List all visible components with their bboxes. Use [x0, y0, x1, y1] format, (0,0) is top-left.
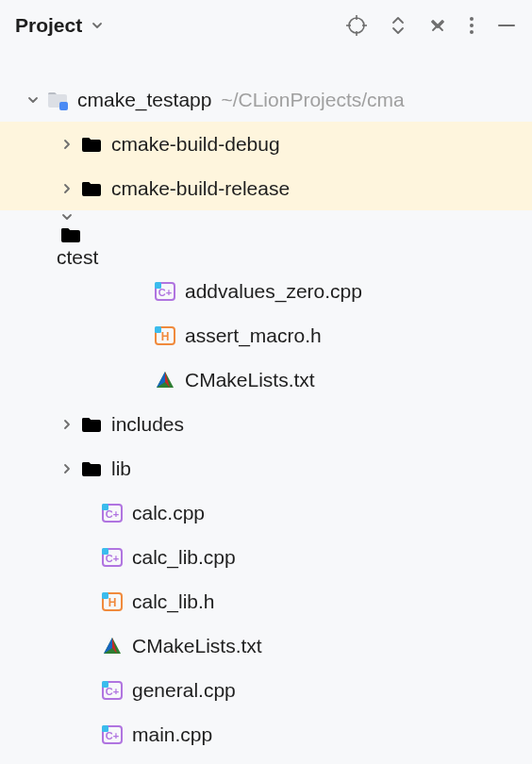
expand-collapse-icon[interactable] — [389, 14, 407, 37]
project-panel-header: Project — [0, 0, 532, 51]
tree-item[interactable]: addvalues_zero.cpp — [0, 269, 532, 313]
folder-icon — [77, 413, 106, 436]
cpp-file-icon — [98, 546, 126, 569]
tree-item-path: ~/CLionProjects/cma — [221, 89, 404, 111]
tree-item-label: includes — [111, 413, 184, 436]
tree-item-label: cmake-build-release — [111, 177, 290, 200]
tree-item-label: general.cpp — [132, 679, 236, 702]
chevron-right-icon[interactable] — [57, 182, 77, 195]
tree-item[interactable]: calc_lib.cpp — [0, 535, 532, 579]
chevron-down-icon[interactable] — [90, 18, 105, 33]
tree-item[interactable]: includes — [0, 402, 532, 446]
cpp-file-icon — [98, 502, 126, 524]
tree-item[interactable]: CMakeLists.txt — [0, 623, 532, 668]
folder-icon — [57, 224, 85, 246]
svg-point-8 — [470, 24, 474, 27]
cmake-file-icon — [151, 369, 179, 391]
tree-row-selected-wrap: ctest — [0, 210, 532, 269]
tree-item-label: CMakeLists.txt — [132, 635, 262, 657]
h-file-icon — [151, 324, 179, 347]
tree-item-label: cmake_testapp — [77, 89, 211, 111]
target-icon[interactable] — [345, 14, 368, 37]
tree-item-label: calc.cpp — [132, 502, 205, 524]
tree-item-label: CMakeLists.txt — [185, 369, 315, 391]
tree-root[interactable]: cmake_testapp ~/CLionProjects/cma — [0, 77, 532, 122]
project-tree: cmake_testapp ~/CLionProjects/cma cmake-… — [0, 51, 532, 756]
tree-item-label: main.cpp — [132, 723, 212, 746]
svg-rect-11 — [59, 102, 68, 110]
tree-item[interactable]: CMakeLists.txt — [0, 357, 532, 402]
svg-point-0 — [349, 18, 364, 33]
tree-item[interactable]: assert_macro.h — [0, 313, 532, 357]
chevron-right-icon[interactable] — [57, 138, 77, 151]
panel-title: Project — [15, 14, 82, 37]
tree-item-label: ctest — [57, 246, 98, 268]
cpp-file-icon — [151, 280, 179, 303]
folder-icon — [77, 133, 106, 156]
tree-item[interactable]: calc_lib.h — [0, 579, 532, 623]
minimize-icon[interactable] — [496, 15, 517, 36]
tree-item[interactable]: cmake-build-release — [0, 166, 532, 210]
tree-item[interactable]: lib — [0, 446, 532, 490]
tree-item[interactable]: cmake-build-debug — [0, 122, 532, 166]
folder-icon — [77, 177, 106, 200]
chevron-down-icon[interactable] — [57, 210, 77, 224]
chevron-down-icon[interactable] — [23, 93, 43, 107]
h-file-icon — [98, 590, 126, 613]
tree-item-label: lib — [111, 457, 131, 480]
tree-item[interactable]: ctest — [15, 210, 517, 269]
tree-item-label: calc_lib.h — [132, 590, 215, 613]
chevron-right-icon[interactable] — [57, 462, 77, 475]
close-icon[interactable] — [428, 16, 447, 35]
header-toolbar — [345, 14, 517, 37]
svg-point-9 — [470, 30, 474, 34]
cpp-file-icon — [98, 723, 126, 746]
header-left[interactable]: Project — [15, 14, 105, 37]
svg-point-7 — [470, 17, 474, 21]
module-folder-icon — [43, 89, 72, 111]
cpp-file-icon — [98, 679, 126, 702]
more-icon[interactable] — [468, 14, 475, 37]
tree-item[interactable]: calc.cpp — [0, 490, 532, 535]
folder-icon — [77, 457, 106, 480]
chevron-right-icon[interactable] — [57, 418, 77, 431]
cmake-file-icon — [98, 635, 126, 657]
tree-item-label: addvalues_zero.cpp — [185, 280, 362, 303]
tree-item-label: calc_lib.cpp — [132, 546, 236, 569]
tree-item[interactable]: main.cpp — [0, 712, 532, 756]
tree-item-label: cmake-build-debug — [111, 133, 280, 156]
tree-item[interactable]: general.cpp — [0, 668, 532, 712]
tree-item-label: assert_macro.h — [185, 324, 322, 347]
